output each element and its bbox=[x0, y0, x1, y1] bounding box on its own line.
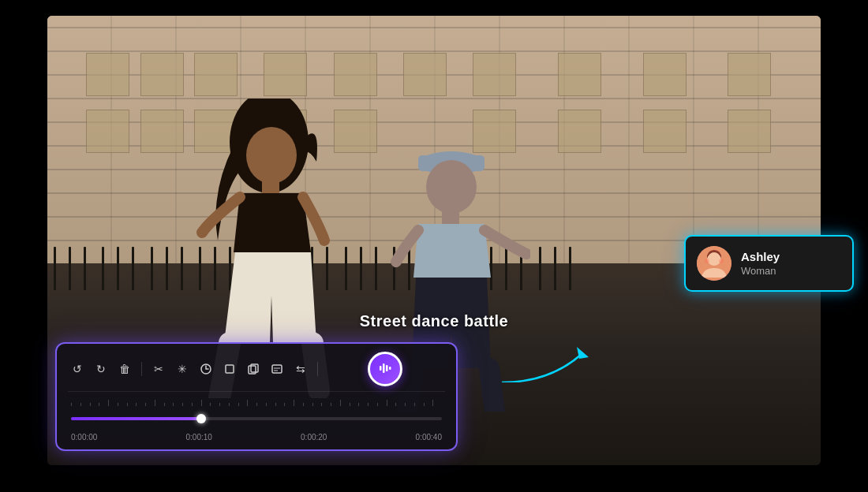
separator bbox=[141, 362, 142, 376]
timestamp-2: 0:00:20 bbox=[301, 433, 327, 442]
timeline-ruler[interactable] bbox=[68, 406, 445, 431]
svg-rect-13 bbox=[226, 365, 234, 373]
building-window bbox=[334, 53, 377, 96]
person-card: Ashley Woman bbox=[684, 235, 854, 292]
undo-icon[interactable]: ↺ bbox=[68, 360, 87, 378]
building-window bbox=[140, 53, 184, 96]
toolbar-row: ↺ ↻ 🗑 ✂ ✳ bbox=[68, 352, 445, 392]
svg-rect-19 bbox=[380, 366, 382, 371]
timestamp-1: 0:00:10 bbox=[186, 433, 212, 442]
building-window bbox=[194, 53, 238, 96]
building-window bbox=[643, 110, 687, 153]
building-window bbox=[728, 53, 771, 96]
timestamp-3: 0:00:40 bbox=[416, 433, 442, 442]
building-window bbox=[140, 110, 184, 153]
svg-point-1 bbox=[246, 127, 297, 184]
svg-point-11 bbox=[719, 259, 724, 263]
svg-point-5 bbox=[426, 160, 477, 214]
person-name: Ashley bbox=[741, 250, 780, 263]
timeline-track[interactable] bbox=[71, 417, 442, 420]
svg-rect-21 bbox=[386, 365, 388, 371]
ai-audio-button[interactable] bbox=[368, 352, 402, 386]
person-avatar bbox=[697, 246, 731, 281]
svg-rect-16 bbox=[272, 365, 282, 373]
cut-icon[interactable]: ✂ bbox=[149, 360, 168, 378]
ai-audio-icon bbox=[376, 359, 394, 379]
building-window bbox=[86, 110, 129, 153]
person-role: Woman bbox=[741, 265, 780, 277]
building-window bbox=[558, 53, 601, 96]
speed-icon[interactable] bbox=[196, 360, 215, 378]
timeline-panel: ↺ ↻ 🗑 ✂ ✳ bbox=[55, 342, 458, 451]
person-info: Ashley Woman bbox=[741, 250, 780, 277]
building-window bbox=[473, 53, 516, 96]
effects-icon[interactable]: ✳ bbox=[173, 360, 192, 378]
building-window bbox=[728, 110, 771, 153]
svg-rect-22 bbox=[389, 367, 391, 370]
crop-icon[interactable] bbox=[220, 360, 239, 378]
subtitle-text: Street dance battle bbox=[360, 312, 508, 330]
scene-container: Street dance battle Ashley Woman bbox=[0, 0, 868, 492]
building-window bbox=[264, 53, 307, 96]
svg-rect-20 bbox=[383, 363, 385, 373]
redo-icon[interactable]: ↻ bbox=[92, 360, 110, 378]
copy-icon[interactable] bbox=[244, 360, 263, 378]
building-window bbox=[643, 53, 687, 96]
timeline-progress bbox=[71, 417, 201, 420]
captions-icon[interactable] bbox=[268, 360, 286, 378]
timeline-labels: 0:00:00 0:00:10 0:00:20 0:00:40 bbox=[68, 433, 445, 442]
audio-sync-icon[interactable]: ⇆ bbox=[291, 360, 310, 378]
separator bbox=[317, 362, 318, 376]
arrow-connector bbox=[502, 343, 597, 382]
timeline-thumb[interactable] bbox=[196, 414, 206, 423]
building-window bbox=[403, 53, 447, 96]
timestamp-0: 0:00:00 bbox=[71, 433, 97, 442]
building-window bbox=[558, 110, 601, 153]
svg-point-10 bbox=[705, 259, 709, 263]
delete-icon[interactable]: 🗑 bbox=[115, 360, 134, 378]
building-window bbox=[86, 53, 129, 96]
tick-row bbox=[68, 398, 445, 406]
